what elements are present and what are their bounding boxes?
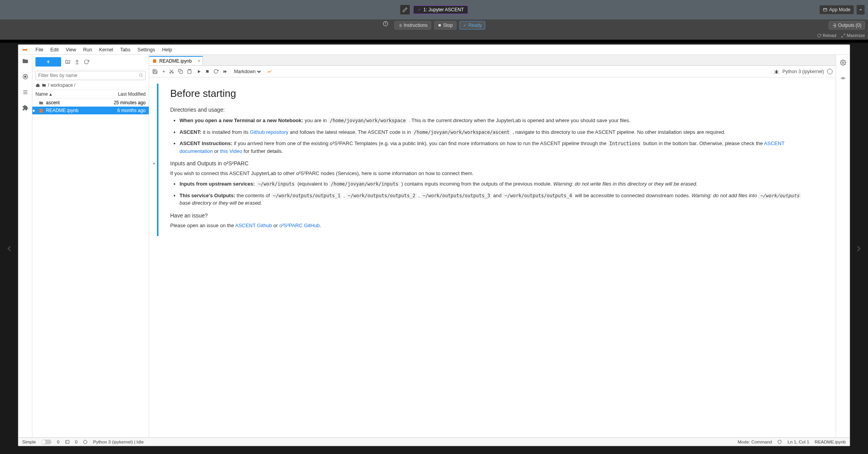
maximize-label: Maximize (847, 33, 865, 38)
osparc-github-link[interactable]: o²S²PARC GitHub (279, 223, 320, 228)
file-row-notebook[interactable]: ● README.ipynb 6 months ago (32, 107, 149, 114)
edit-icon-button[interactable] (400, 5, 410, 15)
file-row-folder[interactable]: ascent 25 minutes ago (32, 99, 149, 107)
maximize-icon (841, 33, 845, 38)
column-modified-header[interactable]: Last Modified (118, 91, 146, 97)
upload-icon[interactable] (74, 59, 80, 65)
markdown-cell[interactable]: ▾ Before starting Directories and usage:… (157, 84, 820, 236)
menu-kernel[interactable]: Kernel (96, 46, 116, 53)
svg-rect-47 (65, 440, 69, 443)
kernel-status-icon[interactable] (827, 69, 833, 74)
file-name: README.ipynb (46, 108, 78, 113)
svg-line-41 (774, 73, 775, 73)
line-col-status[interactable]: Ln 1, Col 1 (787, 440, 809, 444)
new-folder-icon[interactable] (65, 59, 70, 65)
kernel-icon (83, 440, 88, 444)
cut-icon[interactable] (169, 69, 174, 74)
chevron-up-button[interactable] (856, 5, 865, 15)
filter-files-input[interactable] (35, 71, 146, 80)
svg-rect-26 (153, 60, 156, 63)
notebook-tab-label: README.ipynb (159, 58, 192, 64)
instructions-button[interactable]: Instructions (394, 21, 431, 30)
render-icon[interactable] (267, 69, 272, 74)
restart-icon[interactable] (213, 69, 218, 74)
home-icon (35, 83, 40, 88)
mode-status[interactable]: Mode: Command (738, 440, 772, 444)
menu-edit[interactable]: Edit (47, 46, 62, 53)
refresh-icon[interactable] (84, 59, 89, 65)
export-icon (832, 23, 836, 28)
toc-tab-icon[interactable] (21, 88, 29, 96)
notebook-tab[interactable]: README.ipynb × (149, 56, 203, 65)
close-tab-icon[interactable]: × (197, 58, 200, 64)
file-modified: 25 minutes ago (114, 100, 146, 105)
svg-line-13 (843, 34, 845, 35)
ascent-github-link[interactable]: ASCENT Github (235, 223, 272, 228)
github-repo-link[interactable]: Github repository (250, 129, 289, 135)
next-arrow[interactable] (851, 241, 866, 256)
reload-icon (817, 33, 821, 38)
svg-rect-34 (206, 70, 208, 72)
notebook-icon (152, 59, 157, 63)
bug-icon[interactable] (774, 69, 779, 74)
svg-marker-35 (224, 70, 225, 73)
heading-io: Inputs and Outputs in o²S²PARC (170, 160, 812, 167)
breadcrumb[interactable]: / workspace / (32, 82, 149, 89)
video-link[interactable]: this Video (220, 148, 242, 154)
terminals-count[interactable]: 0 (57, 440, 59, 444)
extensions-tab-icon[interactable] (21, 104, 29, 112)
file-name: ascent (46, 100, 60, 105)
interrupt-icon[interactable] (205, 69, 210, 74)
notebook-toolbar: + Markdown (149, 66, 836, 77)
notebook-content[interactable]: ▾ Before starting Directories and usage:… (149, 77, 836, 437)
notebook-icon (39, 108, 44, 113)
jupyter-logo-icon (21, 46, 29, 54)
trusted-icon[interactable] (777, 440, 782, 444)
debugger-icon[interactable] (839, 74, 847, 82)
svg-rect-31 (180, 71, 183, 74)
save-icon[interactable] (152, 69, 158, 74)
reload-button[interactable]: Reload (817, 33, 836, 38)
check-icon: ✓ (463, 23, 467, 28)
new-launcher-button[interactable]: + (35, 57, 61, 67)
chevron-left-icon (5, 244, 14, 253)
list-icon (398, 23, 402, 28)
menu-file[interactable]: File (32, 46, 46, 53)
file-path-status[interactable]: README.ipynb (815, 440, 846, 444)
property-inspector-icon[interactable] (839, 59, 847, 67)
menu-tabs[interactable]: Tabs (117, 46, 134, 53)
kernels-count[interactable]: 0 (75, 440, 77, 444)
list-item: Inputs from upstream services: ~/work/in… (180, 180, 812, 188)
chevron-right-icon (854, 244, 863, 253)
outputs-button[interactable]: Outputs (0) (829, 21, 865, 30)
prev-arrow[interactable] (2, 241, 17, 256)
app-tab-jupyter[interactable]: ✓ 1: Jupyter ASCENT (413, 5, 468, 14)
add-cell-icon[interactable]: + (162, 69, 165, 74)
folder-tab-icon[interactable] (21, 57, 29, 65)
stop-label: Stop (443, 23, 453, 28)
kernel-status[interactable]: Python 3 (ipykernel) | Idle (93, 440, 144, 444)
maximize-button[interactable]: Maximize (841, 33, 865, 38)
running-tab-icon[interactable] (21, 73, 29, 81)
collapse-icon[interactable]: ▾ (153, 161, 155, 166)
stop-button[interactable]: Stop (434, 21, 456, 30)
svg-line-24 (142, 76, 143, 77)
svg-rect-0 (824, 9, 827, 11)
restart-run-all-icon[interactable] (222, 69, 228, 74)
run-icon[interactable] (197, 69, 201, 74)
copy-icon[interactable] (178, 69, 183, 74)
svg-rect-32 (188, 69, 190, 70)
menu-run[interactable]: Run (80, 46, 95, 53)
info-icon[interactable] (383, 21, 388, 30)
menu-settings[interactable]: Settings (134, 46, 158, 53)
paste-icon[interactable] (187, 69, 192, 74)
cell-type-select[interactable]: Markdown (232, 68, 262, 75)
column-name-header[interactable]: Name ▴ (35, 91, 52, 97)
menu-view[interactable]: View (63, 46, 79, 53)
simple-toggle[interactable] (41, 440, 51, 444)
menu-help[interactable]: Help (159, 46, 175, 53)
file-browser: + / workspace / Name ▴ Last Modified (32, 55, 149, 437)
app-mode-button[interactable]: App Mode (819, 5, 854, 14)
svg-point-37 (775, 70, 778, 74)
kernel-name[interactable]: Python 3 (ipykernel) (782, 69, 824, 74)
